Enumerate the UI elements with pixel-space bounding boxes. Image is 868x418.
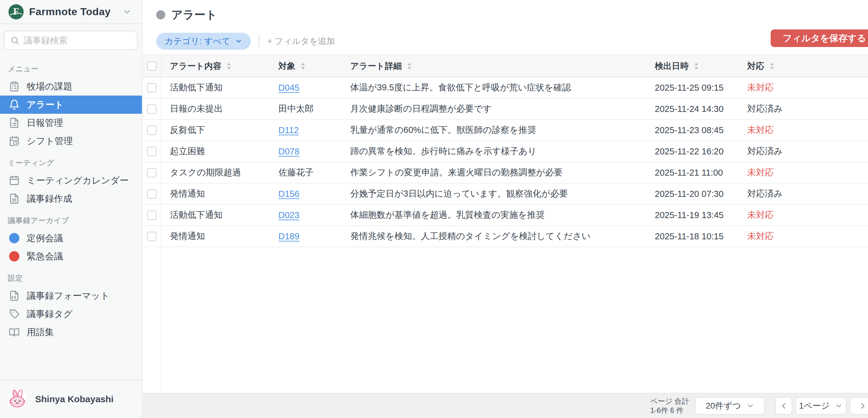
row-checkbox[interactable]: [147, 83, 156, 92]
status-text: 未対応: [747, 209, 774, 221]
workspace-switcher[interactable]: F Farmnote Today: [0, 0, 142, 24]
row-checkbox[interactable]: [147, 104, 156, 114]
cell-alert-detail: 乳量が通常の60%に低下。獣医師の診察を推奨: [341, 120, 646, 141]
cell-target: D189: [270, 226, 341, 247]
target-text: 佐藤花子: [278, 167, 314, 179]
sidebar-item-emergency-meeting[interactable]: 緊急会議: [0, 247, 142, 265]
sort-icon: [693, 62, 700, 71]
sidebar-item-daily-reports[interactable]: 日報管理: [0, 114, 142, 132]
page-size-select[interactable]: 20件ずつ: [695, 397, 765, 415]
chevron-down-icon: [835, 402, 843, 410]
row-checkbox-cell: [143, 162, 161, 183]
search-input[interactable]: [24, 35, 131, 46]
divider: [161, 55, 162, 393]
cell-alert-content: 日報の未提出: [161, 98, 270, 119]
row-checkbox[interactable]: [147, 147, 156, 156]
alert-content-text: 反芻低下: [170, 124, 205, 136]
sidebar-item-minutes-tags[interactable]: 議事録タグ: [0, 305, 142, 323]
sidebar-item-meeting-calendar[interactable]: ミーティングカレンダー: [0, 171, 142, 189]
category-filter-label: カテゴリ: すべて: [165, 35, 230, 47]
cell-status: 未対応: [739, 226, 868, 247]
target-link[interactable]: D112: [278, 125, 299, 135]
cell-status: 未対応: [739, 120, 868, 141]
column-header-detected-at[interactable]: 検出日時: [646, 55, 739, 77]
row-checkbox-cell: [143, 205, 161, 226]
table-header-row: アラート内容 対象 アラート詳細 検出日時 対応: [143, 55, 868, 77]
category-filter-chip[interactable]: カテゴリ: すべて: [156, 33, 251, 50]
user-avatar: [7, 389, 27, 409]
add-filter-button[interactable]: + フィルタを追加: [267, 35, 335, 47]
sidebar-item-farm-issues[interactable]: 牧場の課題: [0, 77, 142, 95]
row-checkbox[interactable]: [147, 126, 156, 135]
row-checkbox[interactable]: [147, 168, 156, 177]
detected-at-text: 2025-11-24 14:30: [655, 104, 724, 114]
sort-icon: [300, 62, 306, 71]
chevron-down-icon: [235, 38, 242, 45]
page-select[interactable]: 1ページ: [796, 397, 846, 415]
sidebar-item-label: 議事録フォーマット: [27, 290, 110, 302]
status-text: 未対応: [747, 124, 774, 136]
sidebar: F Farmnote Today メニュー牧場の課題アラート日報管理シフト管理ミ…: [0, 0, 143, 418]
alert-detail-text: 発情兆候を検知。人工授精のタイミングを検討してください: [350, 230, 591, 242]
cell-status: 未対応: [739, 162, 868, 183]
sidebar-group-label: ミーティング: [0, 150, 142, 171]
sidebar-item-regular-meeting[interactable]: 定例会議: [0, 229, 142, 247]
sidebar-item-label: 議事録作成: [27, 192, 72, 205]
column-header-target[interactable]: 対象: [270, 55, 341, 77]
user-profile[interactable]: Shinya Kobayashi: [0, 380, 142, 418]
alert-detail-text: 乳量が通常の60%に低下。獣医師の診察を推奨: [350, 124, 536, 136]
cell-detected-at: 2025-11-22 16:20: [646, 141, 739, 162]
sidebar-item-shift-management[interactable]: シフト管理: [0, 132, 142, 150]
sidebar-item-minutes-format[interactable]: 議事録フォーマット: [0, 287, 142, 305]
target-link[interactable]: D045: [278, 83, 299, 93]
target-link[interactable]: D023: [278, 210, 299, 220]
page-status-dot-icon: [156, 10, 165, 20]
column-header-alert-detail[interactable]: アラート詳細: [341, 55, 646, 77]
sidebar-item-glossary[interactable]: 用語集: [0, 323, 142, 341]
cell-alert-content: 活動低下通知: [161, 77, 270, 98]
row-checkbox[interactable]: [147, 189, 156, 199]
farmnote-logo-icon: F: [8, 4, 24, 20]
cell-alert-detail: 分娩予定日が3日以内に迫っています。観察強化が必要: [341, 183, 646, 204]
cell-alert-content: 発情通知: [161, 226, 270, 247]
target-link[interactable]: D078: [278, 147, 299, 156]
cell-target: D112: [270, 120, 341, 141]
column-header-status[interactable]: 対応: [739, 55, 868, 77]
cell-alert-detail: 体細胞数が基準値を超過。乳質検査の実施を推奨: [341, 205, 646, 226]
sidebar-item-alerts[interactable]: アラート: [0, 95, 142, 114]
detected-at-text: 2025-11-19 13:45: [655, 210, 724, 220]
app-root: F Farmnote Today メニュー牧場の課題アラート日報管理シフト管理ミ…: [0, 0, 868, 418]
target-link[interactable]: D156: [278, 189, 299, 199]
select-all-checkbox[interactable]: [147, 61, 156, 71]
cell-target: 佐藤花子: [270, 162, 341, 183]
cell-status: 未対応: [739, 205, 868, 226]
next-page-button[interactable]: [850, 397, 868, 415]
sort-icon: [406, 62, 413, 71]
detected-at-text: 2025-11-22 16:20: [655, 147, 724, 156]
cell-target: D156: [270, 183, 341, 204]
target-link[interactable]: D189: [278, 232, 299, 241]
cell-alert-detail: 月次健康診断の日程調整が必要です: [341, 98, 646, 119]
alert-detail-text: 体温が39.5度に上昇。食欲低下と呼吸が荒い症状を確認: [350, 82, 571, 94]
table-row: タスクの期限超過佐藤花子作業シフトの変更申請。来週火曜日の勤務調整が必要2025…: [143, 162, 868, 183]
tag-icon: [8, 308, 20, 320]
row-checkbox[interactable]: [147, 232, 156, 241]
file-icon: [8, 193, 20, 205]
sidebar-item-minutes-create[interactable]: 議事録作成: [0, 189, 142, 208]
detected-at-text: 2025-11-25 09:15: [655, 83, 724, 93]
dot-red-icon: [8, 250, 20, 262]
column-header-alert-content[interactable]: アラート内容: [161, 55, 270, 77]
save-filter-button[interactable]: フィルタを保存する: [771, 29, 868, 47]
pagination-summary-line2: 1-6件 6 件: [650, 406, 689, 415]
row-checkbox[interactable]: [147, 210, 156, 220]
cell-status: 対応済み: [739, 183, 868, 204]
chevron-right-icon: [858, 401, 867, 411]
table-row: 起立困難D078蹄の異常を検知。歩行時に痛みを示す様子あり2025-11-22 …: [143, 141, 868, 162]
status-text: 未対応: [747, 167, 774, 179]
cell-alert-detail: 体温が39.5度に上昇。食欲低下と呼吸が荒い症状を確認: [341, 77, 646, 98]
page-title: アラート: [172, 7, 217, 23]
prev-page-button[interactable]: [775, 397, 792, 415]
svg-text:F: F: [13, 6, 19, 17]
table-body: 活動低下通知D045体温が39.5度に上昇。食欲低下と呼吸が荒い症状を確認202…: [143, 77, 868, 247]
detected-at-text: 2025-11-20 07:30: [655, 189, 724, 199]
